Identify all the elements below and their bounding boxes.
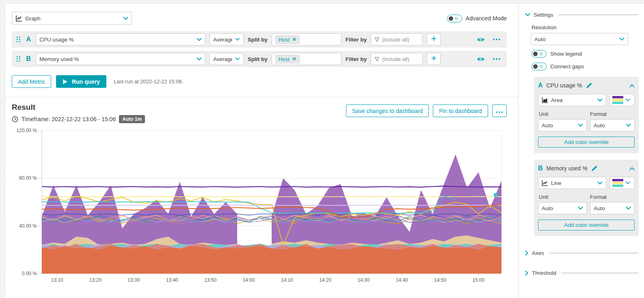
row-options-button-b[interactable] bbox=[493, 58, 500, 60]
pencil-icon bbox=[591, 165, 597, 172]
area-chart-icon bbox=[542, 97, 548, 103]
pin-to-dashboard-button[interactable]: Pin to dashboard bbox=[433, 104, 488, 117]
unit-value: Auto bbox=[542, 122, 575, 128]
svg-text:14:50: 14:50 bbox=[434, 277, 446, 283]
filter-by-input-b[interactable]: (include all) bbox=[371, 53, 423, 65]
visibility-toggle-button-a[interactable] bbox=[477, 37, 485, 42]
edit-name-button[interactable] bbox=[586, 83, 592, 89]
row-options-button-a[interactable] bbox=[493, 39, 500, 40]
show-legend-toggle[interactable] bbox=[532, 50, 547, 58]
remove-chip-icon[interactable]: ✕ bbox=[292, 37, 296, 42]
row-actions bbox=[477, 37, 503, 42]
toggle-knob bbox=[449, 16, 453, 21]
metric-value: CPU usage % bbox=[39, 37, 194, 43]
type-color-row: Line bbox=[538, 177, 635, 189]
aggregation-select-a[interactable]: Average bbox=[210, 33, 244, 46]
format-value: Auto bbox=[594, 205, 623, 211]
svg-text:13:40: 13:40 bbox=[166, 277, 178, 283]
last-run-text: Last run at 2022-12-22 15:06. bbox=[114, 78, 183, 85]
collapse-card-button[interactable] bbox=[629, 167, 635, 170]
axes-section-toggle[interactable]: Axes bbox=[525, 250, 639, 256]
aggregation-select-b[interactable]: Average bbox=[210, 53, 244, 65]
metric-row-b: B Memory used % Average Split by Host ✕ … bbox=[12, 51, 507, 67]
connect-gaps-label: Connect gaps bbox=[550, 63, 584, 70]
result-actions: Save changes to dashboard Pin to dashboa… bbox=[346, 104, 507, 117]
color-palette-select-b[interactable] bbox=[609, 177, 635, 189]
format-select-a[interactable]: Auto bbox=[590, 119, 635, 131]
add-dimension-button-a[interactable]: + bbox=[427, 33, 441, 46]
timeframe-row: Timeframe: 2022-12-22 13:06 - 15:06 Auto… bbox=[12, 115, 145, 123]
chart-area: 0.00 %40.00 %80.00 %120.00 %13:1013:2013… bbox=[12, 126, 518, 290]
resolution-label: Resolution bbox=[532, 24, 639, 30]
svg-text:14:10: 14:10 bbox=[281, 277, 293, 283]
run-query-button[interactable]: Run query bbox=[56, 75, 106, 88]
show-legend-row: Show legend bbox=[532, 50, 639, 58]
drag-handle-icon[interactable] bbox=[16, 36, 21, 43]
chart-type-value: Line bbox=[551, 180, 594, 186]
advanced-mode-label: Advanced Mode bbox=[466, 15, 507, 22]
page: Graph Advanced Mode A CPU usage % bbox=[0, 0, 644, 298]
visualization-select[interactable]: Graph bbox=[12, 12, 132, 25]
chevron-down-icon bbox=[626, 207, 631, 210]
series-letter: B bbox=[538, 165, 543, 172]
advanced-mode-toggle[interactable] bbox=[447, 15, 462, 22]
split-chip-host[interactable]: Host ✕ bbox=[275, 55, 300, 63]
svg-text:14:00: 14:00 bbox=[242, 277, 255, 283]
chip-label: Host bbox=[279, 37, 290, 43]
chart-type-select-b[interactable]: Line bbox=[538, 177, 606, 189]
remove-chip-icon[interactable]: ✕ bbox=[292, 56, 296, 62]
chevron-up-icon bbox=[629, 167, 635, 170]
svg-text:40.00 %: 40.00 % bbox=[19, 223, 37, 229]
chart-type-select-a[interactable]: Area bbox=[538, 94, 606, 106]
save-to-dashboard-button[interactable]: Save changes to dashboard bbox=[346, 104, 429, 117]
color-palette-select-a[interactable] bbox=[609, 94, 635, 106]
unit-select-a[interactable]: Auto bbox=[538, 119, 587, 131]
metric-select-a[interactable]: CPU usage % bbox=[36, 33, 205, 46]
split-chip-host[interactable]: Host ✕ bbox=[275, 35, 300, 44]
unit-format-labels: Unit Format bbox=[539, 111, 635, 117]
add-dimension-button-b[interactable]: + bbox=[427, 53, 441, 65]
connect-gaps-toggle[interactable] bbox=[532, 63, 547, 70]
actions-row: Add Metric Run query Last run at 2022-12… bbox=[12, 75, 518, 88]
metric-select-b[interactable]: Memory used % bbox=[36, 53, 205, 65]
svg-text:13:50: 13:50 bbox=[204, 277, 216, 283]
result-chart[interactable]: 0.00 %40.00 %80.00 %120.00 %13:1013:2013… bbox=[12, 126, 507, 288]
resolution-select[interactable]: Auto bbox=[531, 33, 628, 45]
svg-text:14:30: 14:30 bbox=[357, 277, 370, 283]
axes-section-label: Axes bbox=[532, 250, 544, 256]
add-metric-button[interactable]: Add Metric bbox=[12, 75, 51, 88]
collapse-card-button[interactable] bbox=[629, 84, 635, 87]
chart-type-value: Area bbox=[551, 97, 594, 103]
add-color-override-button-b[interactable]: Add color override bbox=[538, 220, 635, 231]
toggle-knob bbox=[533, 64, 538, 69]
settings-section-toggle[interactable]: Settings bbox=[525, 12, 639, 18]
line-chart-icon bbox=[542, 180, 548, 186]
filter-placeholder: (include all) bbox=[382, 37, 409, 43]
visibility-toggle-button-b[interactable] bbox=[477, 57, 485, 62]
filter-by-input-a[interactable]: (include all) bbox=[371, 33, 423, 46]
split-by-input-b[interactable]: Host ✕ bbox=[272, 53, 341, 65]
toggle-ring bbox=[455, 17, 458, 20]
ellipsis-icon bbox=[493, 58, 500, 60]
aggregation-value: Average bbox=[213, 37, 232, 43]
type-color-row: Area bbox=[538, 94, 635, 106]
split-by-input-a[interactable]: Host ✕ bbox=[272, 33, 341, 46]
format-value: Auto bbox=[594, 122, 623, 128]
metric-row-a: A CPU usage % Average Split by Host ✕ Fi… bbox=[12, 31, 507, 48]
unit-select-b[interactable]: Auto bbox=[538, 202, 587, 214]
chevron-right-icon bbox=[525, 270, 529, 276]
section-rule bbox=[561, 273, 638, 273]
drag-handle-icon[interactable] bbox=[16, 55, 21, 63]
format-select-b[interactable]: Auto bbox=[590, 202, 635, 214]
resolution-badge: Auto 1m bbox=[119, 115, 145, 123]
add-color-override-button-a[interactable]: Add color override bbox=[538, 137, 635, 148]
result-options-button[interactable] bbox=[492, 104, 507, 117]
threshold-section-toggle[interactable]: Threshold bbox=[525, 270, 639, 276]
chevron-down-icon bbox=[235, 38, 240, 41]
graph-icon bbox=[15, 15, 22, 22]
edit-name-button[interactable] bbox=[591, 165, 597, 172]
chevron-down-icon bbox=[123, 17, 128, 20]
chevron-down-icon bbox=[625, 98, 630, 102]
svg-text:80.00 %: 80.00 % bbox=[19, 175, 37, 181]
series-letter: A bbox=[538, 82, 543, 89]
